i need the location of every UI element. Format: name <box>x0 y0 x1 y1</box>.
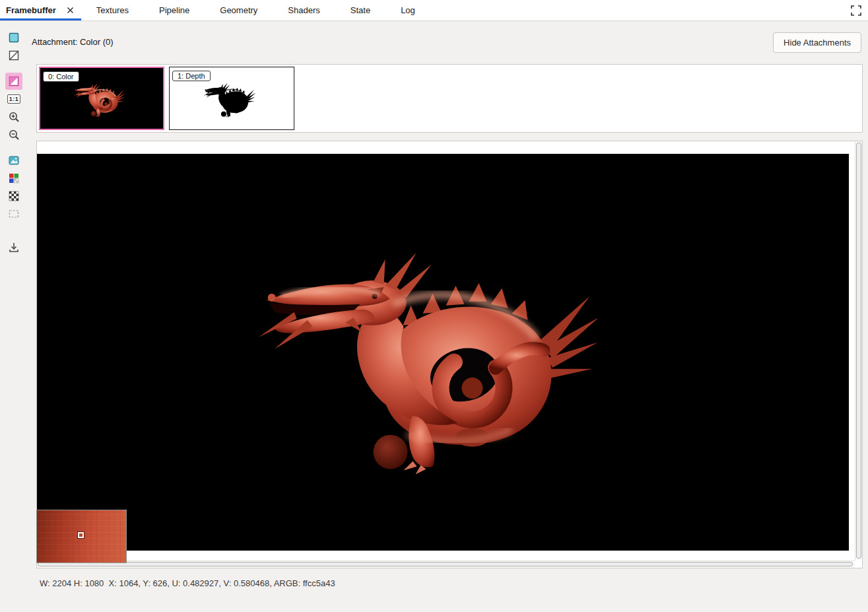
tab-state[interactable]: State <box>335 0 385 20</box>
tab-framebuffer[interactable]: Framebuffer <box>0 0 81 20</box>
tab-state-label: State <box>351 5 370 15</box>
one-to-one-label: 1:1 <box>7 94 21 104</box>
attachment-badge: 0: Color <box>43 71 79 82</box>
framebuffer-canvas[interactable] <box>37 154 849 551</box>
tab-textures[interactable]: Textures <box>81 0 144 20</box>
tab-log-label: Log <box>401 5 415 15</box>
pixel-magnifier-overlay <box>36 510 127 563</box>
split-square-icon[interactable] <box>5 73 22 90</box>
tab-log[interactable]: Log <box>385 0 430 20</box>
zoom-in-icon[interactable] <box>5 108 22 125</box>
checkerboard-icon[interactable] <box>5 187 22 205</box>
horizontal-scrollbar-thumb[interactable] <box>38 562 853 566</box>
tab-geometry-label: Geometry <box>220 5 257 15</box>
attachments-strip: 0: Color 1: Depth <box>36 64 863 133</box>
crossed-square-icon[interactable] <box>5 47 22 64</box>
image-icon[interactable] <box>5 152 22 169</box>
tab-shaders[interactable]: Shaders <box>273 0 335 20</box>
color-channels-icon[interactable] <box>5 170 22 187</box>
status-bar: W: 2204 H: 1080 X: 1064, Y: 626, U: 0.48… <box>40 578 335 588</box>
tab-framebuffer-label: Framebuffer <box>6 5 56 15</box>
tab-bar: Framebuffer Textures Pipeline Geometry S… <box>0 0 868 21</box>
horizontal-scrollbar[interactable] <box>37 561 855 568</box>
dragon-render <box>37 154 849 551</box>
close-tab-icon[interactable] <box>67 7 74 14</box>
tab-shaders-label: Shaders <box>288 5 319 15</box>
vertical-scrollbar[interactable] <box>855 141 862 561</box>
tab-pipeline[interactable]: Pipeline <box>144 0 205 20</box>
tab-geometry[interactable]: Geometry <box>205 0 273 20</box>
attachment-thumbnail-depth[interactable]: 1: Depth <box>169 67 294 130</box>
save-image-icon[interactable] <box>5 239 22 256</box>
hide-attachments-button[interactable]: Hide Attachments <box>773 32 861 53</box>
vertical-scrollbar-thumb[interactable] <box>856 143 861 559</box>
zoom-out-icon[interactable] <box>5 126 22 143</box>
attachment-label: Attachment: Color (0) <box>32 37 114 47</box>
attachment-badge: 1: Depth <box>172 71 211 81</box>
one-to-one-zoom-icon[interactable]: 1:1 <box>5 90 22 108</box>
attachment-thumbnail-color[interactable]: 0: Color <box>39 67 164 130</box>
viewer-toolbar: 1:1 <box>0 21 28 612</box>
fullscreen-icon[interactable] <box>850 5 862 17</box>
tab-textures-label: Textures <box>96 5 129 15</box>
hide-attachments-label: Hide Attachments <box>784 38 851 48</box>
dashed-frame-icon[interactable] <box>5 205 22 222</box>
filled-square-icon[interactable] <box>5 29 22 46</box>
tab-pipeline-label: Pipeline <box>159 5 189 15</box>
pixel-marker <box>78 532 84 538</box>
framebuffer-viewer-panel <box>36 141 863 568</box>
